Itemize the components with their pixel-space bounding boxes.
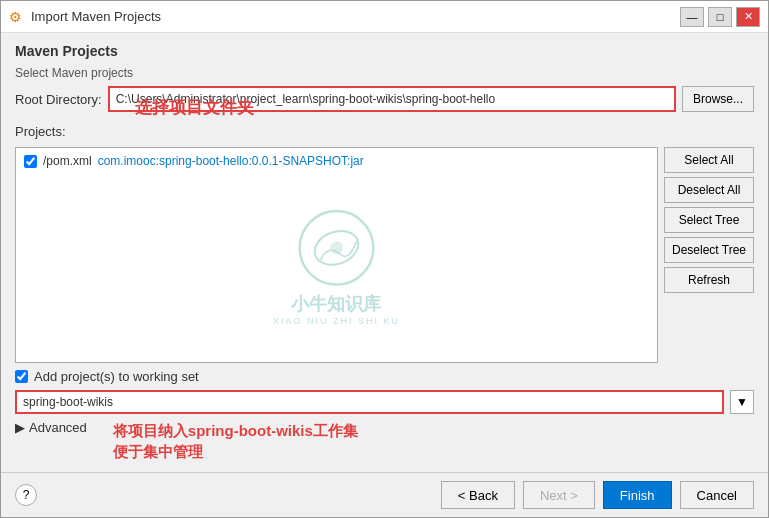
window-controls: — □ ✕: [680, 7, 760, 27]
working-set-input[interactable]: [15, 390, 724, 414]
back-button[interactable]: < Back: [441, 481, 515, 509]
projects-label: Projects:: [15, 124, 754, 139]
advanced-label-text: Advanced: [29, 420, 87, 435]
footer: ? < Back Next > Finish Cancel: [1, 472, 768, 517]
watermark-logo: [296, 208, 376, 288]
project-artifact: com.imooc:spring-boot-hello:0.0.1-SNAPSH…: [98, 154, 364, 168]
watermark-text-cn: 小牛知识库: [291, 292, 381, 316]
help-button[interactable]: ?: [15, 484, 37, 506]
window-icon: ⚙: [9, 9, 25, 25]
advanced-row: ▶ Advanced 将项目纳入spring-boot-wikis工作集 便于集…: [15, 420, 754, 462]
project-item: /pom.xml com.imooc:spring-boot-hello:0.0…: [20, 152, 653, 170]
working-set-dropdown[interactable]: ▼: [730, 390, 754, 414]
main-window: ⚙ Import Maven Projects — □ ✕ Maven Proj…: [0, 0, 769, 518]
chevron-right-icon: ▶: [15, 420, 25, 435]
maximize-button[interactable]: □: [708, 7, 732, 27]
watermark: 小牛知识库 XIAO NIU ZHI SHI KU: [273, 208, 400, 326]
minimize-button[interactable]: —: [680, 7, 704, 27]
working-set-checkbox[interactable]: [15, 370, 28, 383]
window-title: Import Maven Projects: [31, 9, 674, 24]
next-button[interactable]: Next >: [523, 481, 595, 509]
project-path: /pom.xml: [43, 154, 92, 168]
refresh-button[interactable]: Refresh: [664, 267, 754, 293]
select-tree-button[interactable]: Select Tree: [664, 207, 754, 233]
title-bar: ⚙ Import Maven Projects — □ ✕: [1, 1, 768, 33]
section-title: Maven Projects: [15, 43, 754, 59]
deselect-tree-button[interactable]: Deselect Tree: [664, 237, 754, 263]
cancel-button[interactable]: Cancel: [680, 481, 754, 509]
browse-button[interactable]: Browse...: [682, 86, 754, 112]
projects-area: /pom.xml com.imooc:spring-boot-hello:0.0…: [15, 147, 754, 363]
working-set-label: Add project(s) to working set: [34, 369, 199, 384]
root-directory-input[interactable]: [108, 86, 676, 112]
working-set-annotation: 将项目纳入spring-boot-wikis工作集 便于集中管理: [113, 420, 358, 462]
section-subtitle: Select Maven projects: [15, 66, 754, 80]
side-buttons: Select All Deselect All Select Tree Dese…: [664, 147, 754, 363]
project-checkbox[interactable]: [24, 155, 37, 168]
watermark-text-en: XIAO NIU ZHI SHI KU: [273, 316, 400, 326]
working-set-row: Add project(s) to working set: [15, 369, 754, 384]
advanced-toggle[interactable]: ▶ Advanced: [15, 420, 87, 435]
projects-list: /pom.xml com.imooc:spring-boot-hello:0.0…: [15, 147, 658, 363]
content-area: Maven Projects Select Maven projects Roo…: [1, 33, 768, 472]
working-set-input-row: ▼: [15, 390, 754, 414]
select-all-button[interactable]: Select All: [664, 147, 754, 173]
finish-button[interactable]: Finish: [603, 481, 672, 509]
deselect-all-button[interactable]: Deselect All: [664, 177, 754, 203]
root-directory-row: Root Directory: Browse...: [15, 86, 754, 112]
root-directory-label: Root Directory:: [15, 92, 102, 107]
close-button[interactable]: ✕: [736, 7, 760, 27]
